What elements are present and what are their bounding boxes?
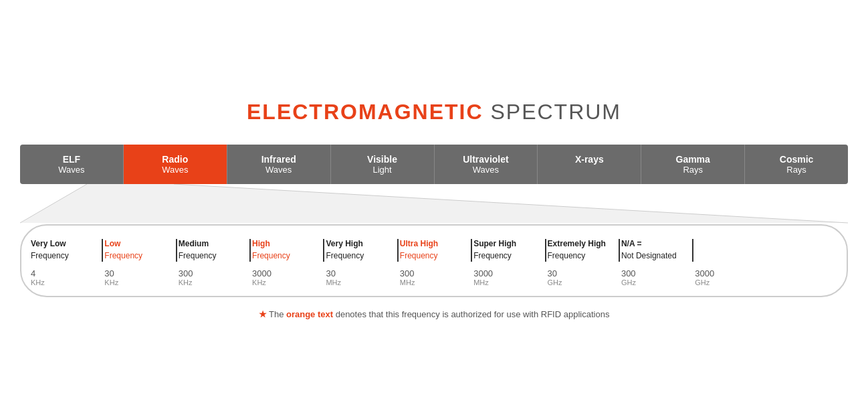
spectrum-segment-0: ELFWaves [20, 145, 124, 184]
freq-value-row: 4KHz30KHz300KHz3000KHz30MHz300MHz3000MHz… [28, 268, 840, 286]
footer-orange-text: orange text [286, 309, 333, 319]
freq-number-3: 3000 [252, 268, 320, 278]
seg-bottom-1: Waves [128, 165, 223, 175]
title-bold: ELECTROMAGNETIC [247, 100, 483, 124]
freq-name-2: Medium [179, 239, 209, 250]
freq-value-col-1: 30KHz [102, 268, 175, 286]
spectrum-segment-3: VisibleLight [331, 145, 435, 184]
freq-unit-6: MHz [473, 278, 542, 286]
freq-grid: Very LowFrequencyLowFrequencyMediumFrequ… [28, 239, 840, 261]
seg-top-1: Radio [128, 154, 223, 165]
freq-sub-1: Frequency [104, 251, 142, 262]
title-light: SPECTRUM [483, 100, 621, 124]
freq-number-8: 300 [621, 268, 689, 278]
svg-marker-0 [20, 184, 848, 223]
seg-top-4: Ultraviolet [439, 154, 534, 165]
freq-number-0: 4 [31, 268, 99, 278]
seg-top-3: Visible [335, 154, 430, 165]
freq-unit-3: KHz [252, 278, 320, 286]
triangle-container [20, 184, 848, 224]
page-wrapper: ELECTROMAGNETIC SPECTRUM ELFWavesRadioWa… [0, 86, 868, 332]
freq-name-5: Ultra High [400, 239, 438, 250]
freq-value-col-6: 3000MHz [471, 268, 544, 286]
footer-note: ★ The orange text denotes that this freq… [20, 309, 848, 319]
freq-name-3: High [252, 239, 270, 250]
freq-value-col-2: 300KHz [176, 268, 249, 286]
spectrum-segment-1: RadioWaves [124, 145, 227, 184]
seg-bottom-0: Waves [24, 165, 119, 175]
freq-name-0: Very Low [31, 239, 66, 250]
freq-col-8: N/A =Not Designated [619, 239, 692, 261]
seg-bottom-2: Waves [231, 165, 326, 175]
freq-number-5: 300 [400, 268, 468, 278]
freq-value-col-9: 3000GHz [692, 268, 766, 286]
freq-value-col-8: 300GHz [619, 268, 692, 286]
freq-name-6: Super High [473, 239, 516, 250]
freq-col-4: Very HighFrequency [323, 239, 397, 261]
seg-top-5: X-rays [542, 154, 637, 165]
freq-col-7: Extremely HighFrequency [545, 239, 619, 261]
freq-col-6: Super HighFrequency [471, 239, 544, 261]
spectrum-segment-7: CosmicRays [745, 145, 848, 184]
seg-top-2: Infrared [231, 154, 326, 165]
freq-number-4: 30 [326, 268, 394, 278]
freq-value-col-5: 300MHz [397, 268, 471, 286]
seg-top-6: Gamma [645, 154, 740, 165]
freq-sub-0: Frequency [31, 251, 69, 262]
seg-bottom-3: Light [335, 165, 430, 175]
freq-value-col-0: 4KHz [28, 268, 102, 286]
freq-name-8: N/A = [621, 239, 642, 250]
seg-top-0: ELF [24, 154, 119, 165]
page-title: ELECTROMAGNETIC SPECTRUM [20, 100, 848, 124]
freq-unit-5: MHz [400, 278, 468, 286]
freq-number-1: 30 [104, 268, 173, 278]
freq-name-4: Very High [326, 239, 362, 250]
freq-value-col-3: 3000KHz [249, 268, 323, 286]
freq-name-7: Extremely High [548, 239, 606, 250]
freq-sub-2: Frequency [179, 251, 217, 262]
freq-unit-7: GHz [548, 278, 616, 286]
spectrum-segment-2: InfraredWaves [227, 145, 331, 184]
freq-name-1: Low [104, 239, 120, 250]
freq-sub-7: Frequency [548, 251, 586, 262]
footer-text-after: denotes that this frequency is authorize… [333, 309, 609, 319]
freq-sub-6: Frequency [473, 251, 512, 262]
freq-unit-4: MHz [326, 278, 394, 286]
spectrum-segment-5: X-rays [538, 145, 641, 184]
seg-top-7: Cosmic [749, 154, 844, 165]
spectrum-bar: ELFWavesRadioWavesInfraredWavesVisibleLi… [20, 145, 848, 184]
asterisk-icon: ★ [259, 309, 267, 319]
detail-box: Very LowFrequencyLowFrequencyMediumFrequ… [20, 224, 848, 297]
footer-text-before: The [267, 309, 286, 319]
freq-sub-5: Frequency [400, 251, 438, 262]
freq-unit-0: KHz [31, 278, 99, 286]
freq-unit-2: KHz [179, 278, 247, 286]
zoom-area: Very LowFrequencyLowFrequencyMediumFrequ… [20, 184, 848, 297]
freq-number-6: 3000 [473, 268, 542, 278]
freq-col-3: HighFrequency [249, 239, 323, 261]
freq-number-9: 3000 [695, 268, 763, 278]
seg-bottom-7: Rays [749, 165, 844, 175]
freq-col-2: MediumFrequency [176, 239, 249, 261]
freq-value-col-7: 30GHz [545, 268, 619, 286]
freq-number-7: 30 [548, 268, 616, 278]
freq-number-2: 300 [179, 268, 247, 278]
spectrum-segment-6: GammaRays [641, 145, 745, 184]
freq-unit-9: GHz [695, 278, 763, 286]
spectrum-segment-4: UltravioletWaves [435, 145, 538, 184]
seg-bottom-4: Waves [439, 165, 534, 175]
freq-unit-1: KHz [104, 278, 173, 286]
freq-sub-8: Not Designated [621, 251, 677, 262]
freq-col-1: LowFrequency [102, 239, 175, 261]
seg-bottom-6: Rays [645, 165, 740, 175]
freq-sub-4: Frequency [326, 251, 364, 262]
freq-col-9 [692, 239, 766, 261]
freq-unit-8: GHz [621, 278, 689, 286]
freq-value-col-4: 30MHz [323, 268, 397, 286]
freq-col-0: Very LowFrequency [28, 239, 102, 261]
freq-sub-3: Frequency [252, 251, 290, 262]
freq-col-5: Ultra HighFrequency [397, 239, 471, 261]
